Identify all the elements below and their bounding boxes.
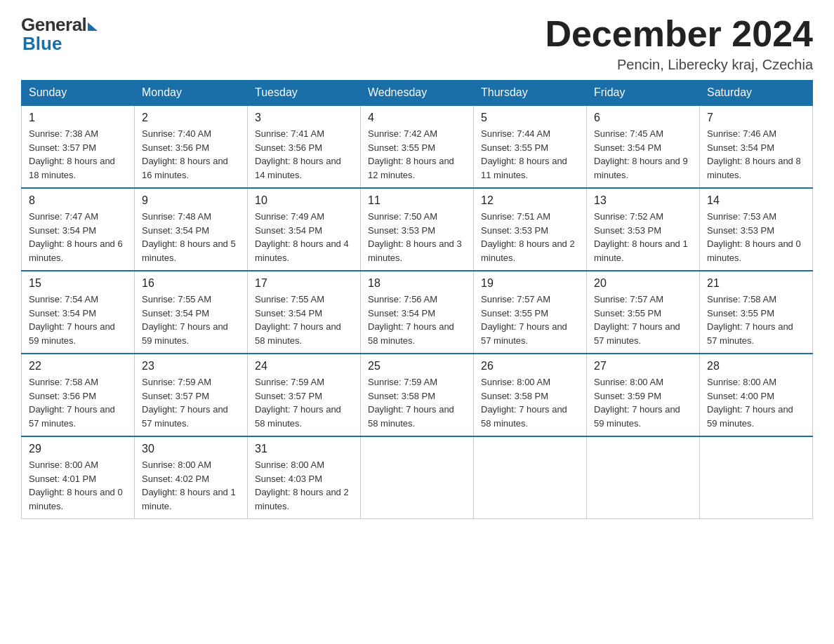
- day-number: 15: [29, 277, 127, 290]
- day-number: 2: [142, 112, 240, 124]
- day-number: 30: [142, 443, 240, 455]
- day-info: Sunrise: 8:00 AMSunset: 4:00 PMDaylight:…: [707, 377, 793, 429]
- day-info: Sunrise: 7:58 AMSunset: 3:55 PMDaylight:…: [707, 294, 793, 346]
- calendar-cell: 21 Sunrise: 7:58 AMSunset: 3:55 PMDaylig…: [700, 271, 813, 354]
- calendar-cell: 3 Sunrise: 7:41 AMSunset: 3:56 PMDayligh…: [248, 105, 361, 188]
- location-text: Pencin, Liberecky kraj, Czechia: [545, 57, 813, 73]
- day-info: Sunrise: 7:50 AMSunset: 3:53 PMDaylight:…: [368, 211, 462, 263]
- calendar-header-row: SundayMondayTuesdayWednesdayThursdayFrid…: [22, 81, 813, 106]
- calendar-cell: [700, 436, 813, 519]
- day-info: Sunrise: 7:54 AMSunset: 3:54 PMDaylight:…: [29, 294, 115, 346]
- calendar-cell: 10 Sunrise: 7:49 AMSunset: 3:54 PMDaylig…: [248, 188, 361, 271]
- calendar-cell: [361, 436, 474, 519]
- day-info: Sunrise: 7:52 AMSunset: 3:53 PMDaylight:…: [594, 211, 688, 263]
- day-info: Sunrise: 7:42 AMSunset: 3:55 PMDaylight:…: [368, 128, 454, 180]
- day-number: 16: [142, 277, 240, 290]
- day-number: 21: [707, 277, 805, 290]
- calendar-cell: 6 Sunrise: 7:45 AMSunset: 3:54 PMDayligh…: [587, 105, 700, 188]
- calendar-cell: 16 Sunrise: 7:55 AMSunset: 3:54 PMDaylig…: [135, 271, 248, 354]
- calendar-cell: 13 Sunrise: 7:52 AMSunset: 3:53 PMDaylig…: [587, 188, 700, 271]
- calendar-cell: 8 Sunrise: 7:47 AMSunset: 3:54 PMDayligh…: [22, 188, 135, 271]
- day-number: 4: [368, 112, 466, 124]
- calendar-cell: 7 Sunrise: 7:46 AMSunset: 3:54 PMDayligh…: [700, 105, 813, 188]
- col-header-sunday: Sunday: [22, 81, 135, 106]
- day-info: Sunrise: 8:00 AMSunset: 4:02 PMDaylight:…: [142, 459, 236, 511]
- day-info: Sunrise: 7:59 AMSunset: 3:57 PMDaylight:…: [255, 377, 341, 429]
- calendar-cell: 23 Sunrise: 7:59 AMSunset: 3:57 PMDaylig…: [135, 354, 248, 436]
- day-number: 5: [481, 112, 579, 124]
- day-number: 10: [255, 194, 353, 207]
- calendar-cell: 20 Sunrise: 7:57 AMSunset: 3:55 PMDaylig…: [587, 271, 700, 354]
- calendar-cell: 11 Sunrise: 7:50 AMSunset: 3:53 PMDaylig…: [361, 188, 474, 271]
- week-row-5: 29 Sunrise: 8:00 AMSunset: 4:01 PMDaylig…: [22, 436, 813, 519]
- calendar-cell: [474, 436, 587, 519]
- col-header-friday: Friday: [587, 81, 700, 106]
- day-info: Sunrise: 7:59 AMSunset: 3:58 PMDaylight:…: [368, 377, 454, 429]
- calendar-cell: 12 Sunrise: 7:51 AMSunset: 3:53 PMDaylig…: [474, 188, 587, 271]
- day-info: Sunrise: 7:55 AMSunset: 3:54 PMDaylight:…: [142, 294, 228, 346]
- day-info: Sunrise: 7:45 AMSunset: 3:54 PMDaylight:…: [594, 128, 688, 180]
- day-info: Sunrise: 8:00 AMSunset: 4:01 PMDaylight:…: [29, 459, 123, 511]
- logo-blue-text: Blue: [22, 33, 62, 55]
- day-number: 8: [29, 194, 127, 207]
- day-info: Sunrise: 7:59 AMSunset: 3:57 PMDaylight:…: [142, 377, 228, 429]
- day-number: 12: [481, 194, 579, 207]
- day-number: 20: [594, 277, 692, 290]
- calendar-cell: 24 Sunrise: 7:59 AMSunset: 3:57 PMDaylig…: [248, 354, 361, 436]
- calendar-cell: 17 Sunrise: 7:55 AMSunset: 3:54 PMDaylig…: [248, 271, 361, 354]
- day-number: 11: [368, 194, 466, 207]
- day-info: Sunrise: 7:56 AMSunset: 3:54 PMDaylight:…: [368, 294, 454, 346]
- day-number: 1: [29, 112, 127, 124]
- week-row-4: 22 Sunrise: 7:58 AMSunset: 3:56 PMDaylig…: [22, 354, 813, 436]
- calendar-cell: 15 Sunrise: 7:54 AMSunset: 3:54 PMDaylig…: [22, 271, 135, 354]
- day-number: 31: [255, 443, 353, 455]
- calendar-cell: 30 Sunrise: 8:00 AMSunset: 4:02 PMDaylig…: [135, 436, 248, 519]
- calendar-cell: 9 Sunrise: 7:48 AMSunset: 3:54 PMDayligh…: [135, 188, 248, 271]
- day-info: Sunrise: 7:53 AMSunset: 3:53 PMDaylight:…: [707, 211, 801, 263]
- day-number: 25: [368, 360, 466, 373]
- calendar-cell: 4 Sunrise: 7:42 AMSunset: 3:55 PMDayligh…: [361, 105, 474, 188]
- day-info: Sunrise: 7:51 AMSunset: 3:53 PMDaylight:…: [481, 211, 575, 263]
- day-number: 28: [707, 360, 805, 373]
- col-header-thursday: Thursday: [474, 81, 587, 106]
- day-info: Sunrise: 7:41 AMSunset: 3:56 PMDaylight:…: [255, 128, 341, 180]
- calendar-cell: 14 Sunrise: 7:53 AMSunset: 3:53 PMDaylig…: [700, 188, 813, 271]
- day-info: Sunrise: 7:57 AMSunset: 3:55 PMDaylight:…: [594, 294, 680, 346]
- day-info: Sunrise: 7:55 AMSunset: 3:54 PMDaylight:…: [255, 294, 341, 346]
- day-info: Sunrise: 7:38 AMSunset: 3:57 PMDaylight:…: [29, 128, 115, 180]
- day-info: Sunrise: 7:57 AMSunset: 3:55 PMDaylight:…: [481, 294, 567, 346]
- logo: General Blue: [21, 14, 98, 55]
- calendar-cell: 31 Sunrise: 8:00 AMSunset: 4:03 PMDaylig…: [248, 436, 361, 519]
- day-number: 13: [594, 194, 692, 207]
- col-header-saturday: Saturday: [700, 81, 813, 106]
- day-number: 18: [368, 277, 466, 290]
- calendar-cell: [587, 436, 700, 519]
- day-info: Sunrise: 7:40 AMSunset: 3:56 PMDaylight:…: [142, 128, 228, 180]
- day-number: 24: [255, 360, 353, 373]
- calendar-cell: 28 Sunrise: 8:00 AMSunset: 4:00 PMDaylig…: [700, 354, 813, 436]
- week-row-2: 8 Sunrise: 7:47 AMSunset: 3:54 PMDayligh…: [22, 188, 813, 271]
- calendar-cell: 26 Sunrise: 8:00 AMSunset: 3:58 PMDaylig…: [474, 354, 587, 436]
- day-number: 22: [29, 360, 127, 373]
- day-number: 29: [29, 443, 127, 455]
- calendar-cell: 2 Sunrise: 7:40 AMSunset: 3:56 PMDayligh…: [135, 105, 248, 188]
- col-header-monday: Monday: [135, 81, 248, 106]
- col-header-tuesday: Tuesday: [248, 81, 361, 106]
- day-number: 19: [481, 277, 579, 290]
- page-header: General Blue December 2024 Pencin, Liber…: [21, 14, 813, 73]
- day-info: Sunrise: 7:46 AMSunset: 3:54 PMDaylight:…: [707, 128, 801, 180]
- calendar-cell: 1 Sunrise: 7:38 AMSunset: 3:57 PMDayligh…: [22, 105, 135, 188]
- day-number: 17: [255, 277, 353, 290]
- month-title: December 2024: [545, 14, 813, 54]
- calendar-cell: 5 Sunrise: 7:44 AMSunset: 3:55 PMDayligh…: [474, 105, 587, 188]
- calendar-table: SundayMondayTuesdayWednesdayThursdayFrid…: [21, 80, 813, 519]
- calendar-cell: 29 Sunrise: 8:00 AMSunset: 4:01 PMDaylig…: [22, 436, 135, 519]
- calendar-cell: 27 Sunrise: 8:00 AMSunset: 3:59 PMDaylig…: [587, 354, 700, 436]
- day-number: 3: [255, 112, 353, 124]
- day-number: 14: [707, 194, 805, 207]
- day-info: Sunrise: 7:58 AMSunset: 3:56 PMDaylight:…: [29, 377, 115, 429]
- calendar-cell: 19 Sunrise: 7:57 AMSunset: 3:55 PMDaylig…: [474, 271, 587, 354]
- week-row-3: 15 Sunrise: 7:54 AMSunset: 3:54 PMDaylig…: [22, 271, 813, 354]
- col-header-wednesday: Wednesday: [361, 81, 474, 106]
- day-info: Sunrise: 7:44 AMSunset: 3:55 PMDaylight:…: [481, 128, 567, 180]
